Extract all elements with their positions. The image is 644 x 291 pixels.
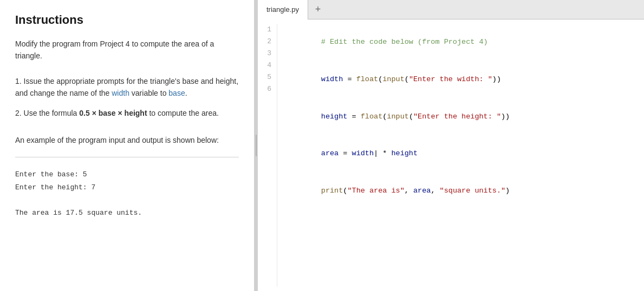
paren-close-5: ) xyxy=(505,187,510,195)
code-line-1: # Edit the code below (from Project 4) xyxy=(286,24,635,61)
tab-triangle-py[interactable]: triangle.py xyxy=(258,0,308,19)
line-num-3: 3 xyxy=(263,48,271,59)
base-link[interactable]: base xyxy=(168,89,185,97)
func-float-2: float xyxy=(356,75,379,83)
add-tab-button[interactable]: + xyxy=(308,0,328,19)
op-eq-4: = xyxy=(339,149,352,157)
line-numbers: 1 2 3 4 5 6 xyxy=(258,24,277,287)
instructions-list: 1. Issue the appropriate prompts for the… xyxy=(15,75,239,119)
line-num-6: 6 xyxy=(263,83,271,95)
comment-1: # Edit the code below (from Project 4) xyxy=(321,38,488,46)
list-item: 1. Issue the appropriate prompts for the… xyxy=(15,75,239,100)
str-width: "Enter the width: " xyxy=(409,75,492,83)
code-line-4: area = width| * height xyxy=(286,135,635,173)
var-width: width xyxy=(321,75,343,83)
func-input-3: input xyxy=(387,113,409,121)
op-mul: * xyxy=(378,149,391,157)
output-line-1: Enter the base: 5 xyxy=(15,168,239,181)
line-num-1: 1 xyxy=(263,24,271,36)
comma-2: , xyxy=(431,187,439,195)
comma-1: , xyxy=(405,187,413,195)
code-line-2: width = float(input("Enter the width: ")… xyxy=(286,61,635,98)
func-input-2: input xyxy=(382,75,405,83)
line-num-2: 2 xyxy=(263,36,271,48)
op-eq-2: = xyxy=(343,75,356,83)
formula-text: 0.5 × base × height xyxy=(79,109,147,117)
list-number: 2. xyxy=(15,109,24,117)
paren-open-input-2: ( xyxy=(405,75,409,83)
str-the-area: "The area is" xyxy=(347,187,404,195)
output-line-3 xyxy=(15,194,239,206)
example-output: Enter the base: 5 Enter the height: 7 Th… xyxy=(15,168,239,219)
list-item-1-text: Issue the appropriate prompts for the tr… xyxy=(15,77,238,97)
func-print: print xyxy=(321,187,343,195)
line-num-5: 5 xyxy=(263,71,271,83)
paren-open-input-3: ( xyxy=(409,113,413,121)
output-line-4: The area is 17.5 square units. xyxy=(15,207,239,219)
instructions-title: Instructions xyxy=(15,13,239,27)
code-lines: # Edit the code below (from Project 4) w… xyxy=(277,24,644,287)
output-line-2: Enter the height: 7 xyxy=(15,181,239,194)
instructions-panel: Instructions Modify the program from Pro… xyxy=(0,0,255,291)
line-num-4: 4 xyxy=(263,59,271,71)
var-area: area xyxy=(321,149,339,157)
list-item: 2. Use the formula 0.5 × base × height t… xyxy=(15,107,239,119)
list-item-2-text: Use the formula 0.5 × base × height to c… xyxy=(24,109,219,117)
example-intro: An example of the program input and outp… xyxy=(15,134,239,146)
width-link[interactable]: width xyxy=(112,89,129,97)
var-height-4: height xyxy=(391,149,418,157)
var-area-5: area xyxy=(413,187,431,195)
code-line-5: print("The area is", area, "square units… xyxy=(286,173,635,210)
list-number: 1. xyxy=(15,77,24,85)
tab-bar: triangle.py + xyxy=(258,0,644,19)
var-height: height xyxy=(321,113,348,121)
str-sq-units: "square units." xyxy=(440,187,506,195)
editor-panel: triangle.py + 1 2 3 4 5 6 # Edit the cod… xyxy=(258,0,644,291)
var-width-4: width xyxy=(352,149,374,157)
paren-close-2: )) xyxy=(492,75,501,83)
tab-label: triangle.py xyxy=(266,5,299,14)
cursor-4: | xyxy=(374,149,378,157)
code-line-6 xyxy=(286,210,635,222)
paren-close-3: )) xyxy=(501,113,510,121)
resize-handle[interactable] xyxy=(255,0,258,291)
str-height: "Enter the height: " xyxy=(413,113,501,121)
func-float-3: float xyxy=(361,113,383,121)
code-area[interactable]: 1 2 3 4 5 6 # Edit the code below (from … xyxy=(258,19,644,291)
op-eq-3: = xyxy=(347,113,360,121)
divider xyxy=(15,157,239,157)
code-line-3: height = float(input("Enter the height: … xyxy=(286,98,635,136)
instructions-intro: Modify the program from Project 4 to com… xyxy=(15,38,239,62)
